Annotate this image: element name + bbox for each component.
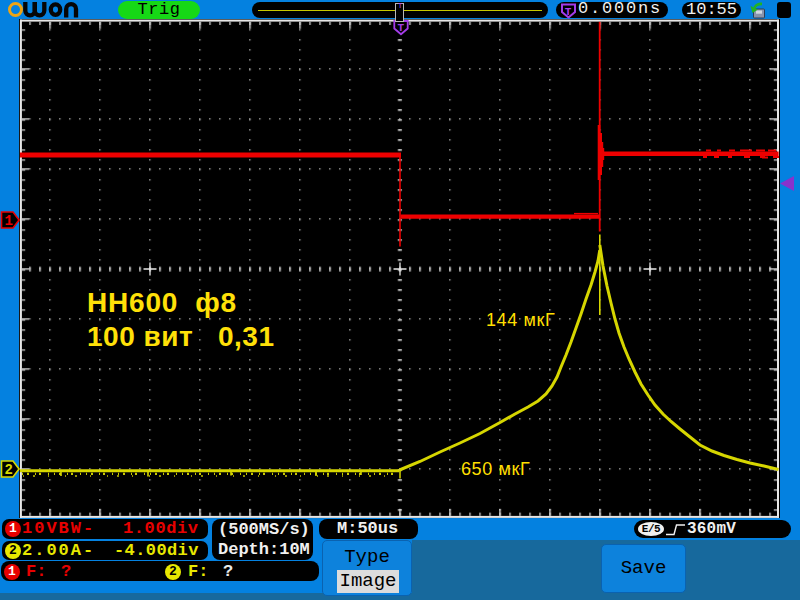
svg-text:2: 2 — [5, 462, 13, 478]
svg-text:T: T — [397, 22, 404, 34]
svg-text:T: T — [565, 5, 572, 17]
svg-text:1: 1 — [5, 213, 13, 229]
